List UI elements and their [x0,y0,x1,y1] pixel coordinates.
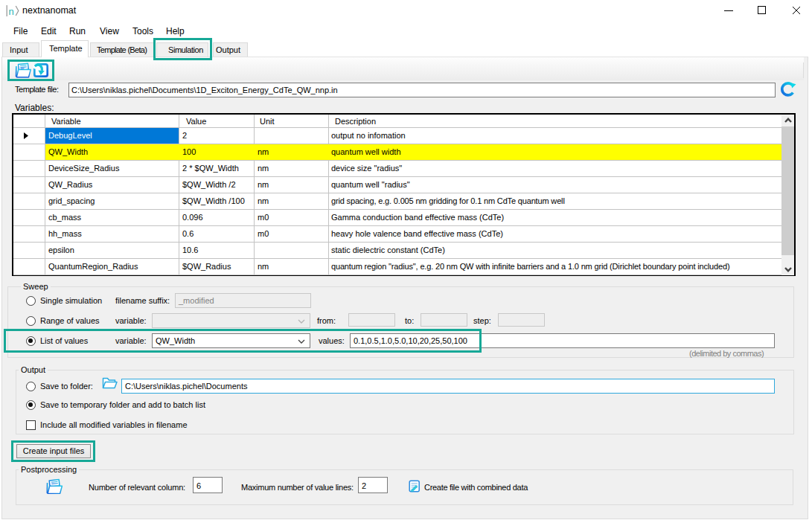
svg-text:n: n [9,6,14,17]
